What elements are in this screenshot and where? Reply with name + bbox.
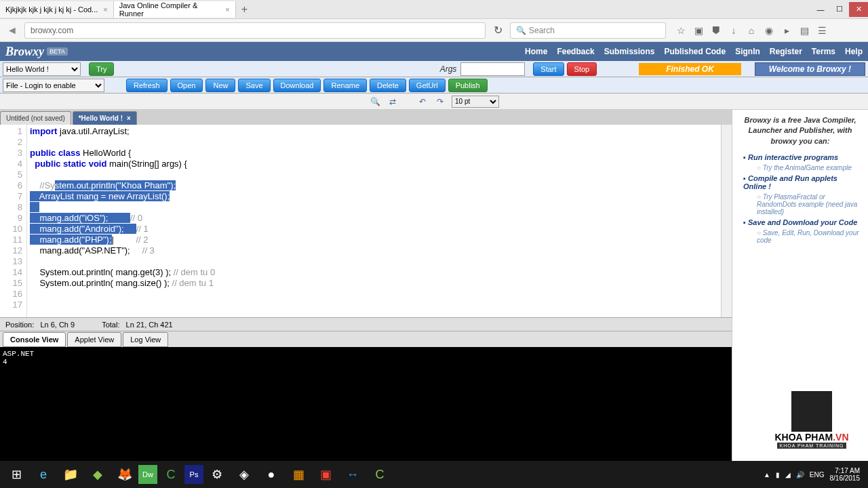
file-tab[interactable]: Untitled (not saved) [0, 111, 71, 125]
sidebar-subitem[interactable]: Try PlasmaFractal or RandomDots example … [757, 193, 863, 216]
file-select[interactable]: File - Login to enable [3, 79, 104, 92]
program-select[interactable]: Hello World ! [3, 62, 81, 76]
menu-icon[interactable]: ☰ [816, 25, 827, 36]
line-gutter: 1234567891011121314151617 [0, 125, 27, 317]
find-icon[interactable]: 🔍 [369, 96, 381, 108]
geturl-button[interactable]: GetUrl [409, 79, 446, 92]
args-input[interactable] [460, 62, 525, 76]
address-bar: ◄ browxy.com ↻ 🔍 Search ☆ ▣ ⛊ ↓ ⌂ ◉ ▸ ▤ … [0, 19, 868, 42]
ie-icon[interactable]: e [30, 461, 57, 488]
code-editor[interactable]: 1234567891011121314151617 import java.ut… [0, 125, 732, 317]
pocket-icon[interactable]: ▸ [781, 25, 792, 36]
args-label: Args [440, 64, 457, 74]
camtasia-icon[interactable]: C [366, 461, 393, 488]
new-button[interactable]: New [205, 79, 235, 92]
minimize-button[interactable]: — [811, 2, 830, 17]
replace-icon[interactable]: ⇄ [387, 96, 399, 108]
code-area[interactable]: import java.util.ArrayList; public class… [27, 125, 721, 317]
shield-icon[interactable]: ⛊ [711, 25, 722, 36]
battery-icon[interactable]: ▮ [776, 471, 780, 479]
nav-feedback[interactable]: Feedback [557, 47, 594, 56]
nav-signin[interactable]: SignIn [735, 47, 760, 56]
beta-badge: BETA [47, 47, 68, 56]
console-tab[interactable]: Log View [123, 332, 168, 347]
sidebar-item: Run interactive programs [743, 153, 863, 161]
sidebar-intro: Browxy is a free Java Compiler, Launcher… [738, 115, 863, 146]
corel-icon[interactable]: C [157, 461, 184, 488]
close-icon[interactable]: × [225, 5, 229, 14]
console-tab[interactable]: Applet View [67, 332, 121, 347]
wifi-icon[interactable]: ◢ [785, 471, 791, 479]
redo-icon[interactable]: ↷ [434, 96, 446, 108]
file-tab[interactable]: *Hello World ! × [73, 111, 137, 125]
start-button[interactable]: Start [533, 62, 564, 76]
run-toolbar: Hello World ! Try Args Start Stop Finish… [0, 61, 868, 77]
clipboard-icon[interactable]: ▣ [693, 25, 704, 36]
console-tab-strip: Console View Applet View Log View [0, 331, 732, 347]
rename-button[interactable]: Rename [323, 79, 367, 92]
browser-tab[interactable]: Kjkjkjk kjk j kjk j kj kj - Cod...× [0, 1, 114, 18]
browser-tab[interactable]: Java Online Compiler & Runner× [114, 1, 236, 18]
file-tab-strip: Untitled (not saved) *Hello World ! × [0, 110, 732, 125]
font-size-select[interactable]: 10 pt [452, 96, 499, 108]
sidebar-item: Compile and Run applets Online ! [743, 174, 863, 190]
start-button[interactable]: ⊞ [3, 461, 30, 488]
nav-register[interactable]: Register [770, 47, 802, 56]
scrollbar-vertical[interactable] [721, 125, 732, 317]
teamviewer-icon[interactable]: ↔ [339, 461, 366, 488]
open-button[interactable]: Open [170, 79, 203, 92]
close-icon[interactable]: × [103, 5, 107, 14]
nav-submissions[interactable]: Submissions [604, 47, 655, 56]
system-tray[interactable]: ▲ ▮ ◢ 🔊 ENG 7:17 AM8/16/2015 [764, 467, 865, 482]
back-button[interactable]: ◄ [4, 22, 20, 39]
save-button[interactable]: Save [238, 79, 270, 92]
new-tab-button[interactable]: + [236, 3, 253, 16]
tray-expand-icon[interactable]: ▲ [764, 471, 770, 479]
close-button[interactable]: ✕ [849, 2, 868, 17]
search-input[interactable]: 🔍 Search [510, 22, 666, 39]
app-header: Browxy BETA Home Feedback Submissions Pu… [0, 42, 868, 61]
browser-tab-strip: Kjkjkjk kjk j kjk j kj kj - Cod...× Java… [0, 0, 868, 19]
clock[interactable]: 7:17 AM8/16/2015 [830, 467, 861, 482]
lang-indicator[interactable]: ENG [810, 471, 825, 479]
volume-icon[interactable]: 🔊 [796, 471, 804, 479]
nav-home[interactable]: Home [525, 47, 547, 56]
firefox-icon[interactable]: 🦊 [111, 461, 138, 488]
app-icon[interactable]: ▣ [312, 461, 339, 488]
nav-terms[interactable]: Terms [812, 47, 835, 56]
stop-button[interactable]: Stop [567, 62, 597, 76]
try-button[interactable]: Try [89, 62, 114, 76]
nav-published[interactable]: Published Code [664, 47, 726, 56]
photoshop-icon[interactable]: Ps [184, 465, 203, 484]
book-icon[interactable]: ▤ [799, 25, 810, 36]
reload-button[interactable]: ↻ [490, 22, 506, 39]
taskbar: ⊞ e 📁 ◆ 🦊 Dw C Ps ⚙ ◈ ● ▦ ▣ ↔ C ▲ ▮ ◢ 🔊 … [0, 461, 868, 488]
sidebar-subitem[interactable]: Try the AnimalGame example [757, 164, 863, 171]
unity-icon[interactable]: ◈ [231, 461, 258, 488]
download-button[interactable]: Download [273, 79, 321, 92]
home-icon[interactable]: ⌂ [746, 25, 757, 36]
globe-icon[interactable]: ◉ [764, 25, 774, 36]
steam-icon[interactable]: ⚙ [203, 461, 231, 488]
download-icon[interactable]: ↓ [728, 25, 739, 36]
welcome-banner: Welcome to Browxy ! [755, 62, 865, 76]
editor-toolbar: 🔍 ⇄ ↶ ↷ 10 pt [0, 94, 868, 110]
app-icon[interactable]: ● [258, 461, 285, 488]
undo-icon[interactable]: ↶ [416, 96, 429, 108]
sublime-icon[interactable]: ▦ [285, 461, 312, 488]
explorer-icon[interactable]: 📁 [57, 461, 84, 488]
status-badge: Finished OK [639, 63, 741, 75]
nav-help[interactable]: Help [845, 47, 863, 56]
console-tab[interactable]: Console View [3, 332, 66, 347]
sidebar-subitem[interactable]: Save, Edit, Run, Download your code [757, 229, 863, 244]
sidebar-item: Save and Download your Code [743, 218, 863, 226]
maximize-button[interactable]: ☐ [830, 2, 849, 17]
android-icon[interactable]: ◆ [84, 461, 111, 488]
url-input[interactable]: browxy.com [24, 22, 486, 39]
close-icon[interactable]: × [127, 115, 131, 122]
publish-button[interactable]: Publish [448, 79, 488, 92]
refresh-button[interactable]: Refresh [126, 79, 167, 92]
dreamweaver-icon[interactable]: Dw [138, 465, 157, 484]
star-icon[interactable]: ☆ [675, 25, 686, 36]
delete-button[interactable]: Delete [370, 79, 406, 92]
